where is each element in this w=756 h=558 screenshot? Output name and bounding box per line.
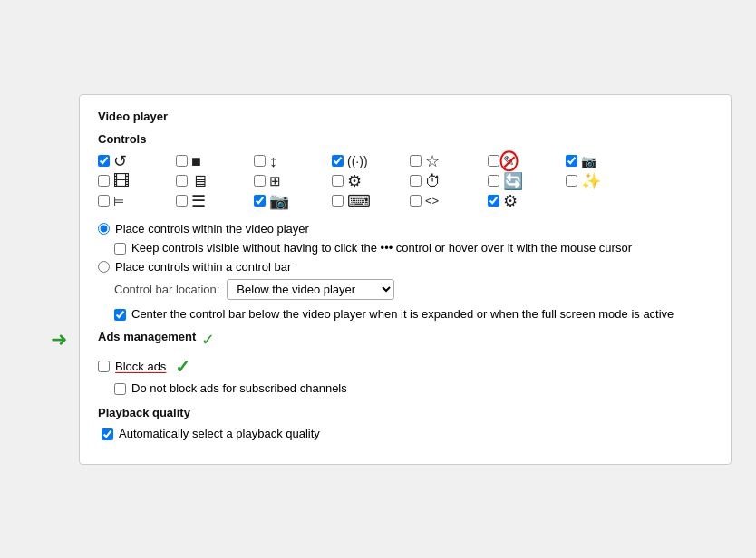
ctrl-audio-checkbox[interactable] (332, 155, 344, 167)
ctrl-rotate: 🔄 (488, 173, 551, 189)
placement-option1-row: Place controls within the video player (98, 222, 712, 236)
ads-section: ➜ Ads management ✓ Block ads ✓ Do not bl… (98, 330, 712, 395)
stop-icon: ■ (191, 153, 201, 169)
ctrl-timer: ⏱ (410, 173, 473, 189)
controls-row-2: 🎞 🖥 ⊞ ⚙ ⏱ 🔄 (98, 173, 712, 189)
block-ads-checkmark: ✓ (175, 356, 190, 378)
control-bar-location-label: Control bar location: (114, 283, 219, 296)
ctrl-stop: ■ (176, 153, 239, 169)
ctrl-edit-crossed-checkbox[interactable] (488, 155, 499, 167)
ctrl-gear-checkbox[interactable] (488, 195, 499, 207)
ctrl-screenshot: 📷 (566, 155, 629, 168)
ads-arrow-indicator: ➜ (51, 328, 67, 351)
auto-select-quality-checkbox[interactable] (102, 428, 113, 440)
controls-row-1: ↺ ■ ↕ ((·)) ☆ ✎ (98, 153, 712, 169)
ctrl-loop: ↺ (98, 153, 161, 169)
no-block-subscribed-checkbox[interactable] (114, 383, 126, 395)
ctrl-stop-checkbox[interactable] (176, 155, 188, 167)
ctrl-sort-checkbox[interactable] (254, 155, 266, 167)
keep-visible-row: Keep controls visible without having to … (114, 241, 712, 255)
keep-visible-checkbox[interactable] (114, 243, 126, 255)
film-icon: 🎞 (113, 173, 130, 189)
block-ads-row: Block ads ✓ (98, 356, 712, 378)
camera-icon: 📷 (269, 193, 289, 209)
no-block-subscribed-row: Do not block ads for subscribed channels (114, 381, 712, 395)
ctrl-keyboard-checkbox[interactable] (332, 195, 344, 207)
playback-section: Playback quality Automatically select a … (98, 406, 712, 440)
ctrl-chapters-checkbox[interactable] (98, 195, 110, 207)
settings2-icon: ⚙ (347, 173, 362, 189)
block-ads-checkbox[interactable] (98, 361, 110, 372)
placement-option1-label: Place controls within the video player (115, 222, 309, 236)
ctrl-grid: ⊞ (254, 174, 317, 188)
screenshot-icon: 📷 (581, 155, 596, 168)
keep-visible-label: Keep controls visible without having to … (131, 241, 632, 255)
ctrl-film: 🎞 (98, 173, 161, 189)
ctrl-screen-checkbox[interactable] (176, 175, 188, 187)
loop-icon: ↺ (113, 153, 127, 169)
center-control-bar-label: Center the control bar below the video p… (131, 307, 674, 321)
control-bar-location-row: Control bar location: Below the video pl… (114, 279, 712, 300)
ctrl-edit-crossed: ✎ (488, 154, 551, 168)
ctrl-keyboard: ⌨ (332, 193, 395, 209)
ads-management-title: Ads management (98, 330, 196, 343)
panel-title: Video player (98, 110, 712, 123)
placement-option2-label: Place controls within a control bar (115, 260, 291, 274)
ctrl-favorite: ☆ (410, 153, 473, 169)
control-bar-location-select[interactable]: Below the video player Above the video p… (227, 279, 394, 300)
ctrl-menu-checkbox[interactable] (176, 195, 188, 207)
controls-row-3: ⊨ ☰ 📷 ⌨ <> ⚙ (98, 193, 712, 209)
menu-icon: ☰ (191, 193, 206, 209)
block-ads-label: Block ads (115, 360, 166, 373)
playback-quality-title: Playback quality (98, 406, 712, 419)
chapters-icon: ⊨ (113, 195, 124, 207)
ctrl-screen: 🖥 (176, 173, 239, 189)
controls-label: Controls (98, 132, 712, 146)
placement-section: Place controls within the video player K… (98, 222, 712, 321)
placement-option2-radio[interactable] (98, 261, 110, 273)
ctrl-settings2-checkbox[interactable] (332, 175, 344, 187)
auto-select-quality-label: Automatically select a playback quality (119, 427, 320, 440)
ctrl-film-checkbox[interactable] (98, 175, 110, 187)
no-block-subscribed-label: Do not block ads for subscribed channels (131, 381, 347, 395)
ctrl-code: <> (410, 195, 473, 207)
ctrl-menu: ☰ (176, 193, 239, 209)
ctrl-screenshot-checkbox[interactable] (566, 155, 577, 167)
gear-icon: ⚙ (503, 193, 518, 209)
ctrl-chapters: ⊨ (98, 195, 161, 207)
ctrl-code-checkbox[interactable] (410, 195, 422, 207)
magic-icon: ✨ (581, 173, 601, 189)
auto-select-quality-row: Automatically select a playback quality (102, 427, 712, 440)
ctrl-loop-checkbox[interactable] (98, 155, 110, 167)
ctrl-rotate-checkbox[interactable] (488, 175, 499, 187)
ads-header-row: ➜ Ads management ✓ (98, 330, 712, 351)
favorite-icon: ☆ (425, 153, 440, 169)
timer-icon: ⏱ (425, 173, 441, 189)
code-icon: <> (425, 195, 439, 207)
video-player-panel: Video player Controls ↺ ■ ↕ ((·)) ☆ (79, 94, 732, 465)
ctrl-grid-checkbox[interactable] (254, 175, 266, 187)
ctrl-favorite-checkbox[interactable] (410, 155, 422, 167)
ctrl-camera: 📷 (254, 193, 317, 209)
center-control-bar-checkbox[interactable] (114, 309, 126, 321)
ctrl-magic: ✨ (566, 173, 629, 189)
ctrl-timer-checkbox[interactable] (410, 175, 422, 187)
screen-icon: 🖥 (191, 173, 208, 189)
center-control-bar-row: Center the control bar below the video p… (114, 307, 712, 321)
keyboard-icon: ⌨ (347, 193, 371, 209)
ctrl-audio: ((·)) (332, 155, 395, 168)
rotate-icon: 🔄 (503, 173, 523, 189)
ctrl-sort: ↕ (254, 153, 317, 169)
ctrl-magic-checkbox[interactable] (566, 175, 577, 187)
ctrl-camera-checkbox[interactable] (254, 195, 266, 207)
placement-option1-radio[interactable] (98, 223, 110, 235)
edit-crossed-icon: ✎ (503, 154, 515, 168)
sort-icon: ↕ (269, 153, 277, 169)
ctrl-gear: ⚙ (488, 193, 551, 209)
ads-checkmark-indicator: ✓ (201, 330, 215, 350)
placement-option2-row: Place controls within a control bar (98, 260, 712, 274)
grid-icon: ⊞ (269, 174, 281, 188)
controls-grid: ↺ ■ ↕ ((·)) ☆ ✎ (98, 153, 712, 209)
audio-icon: ((·)) (347, 155, 368, 168)
ctrl-settings2: ⚙ (332, 173, 395, 189)
